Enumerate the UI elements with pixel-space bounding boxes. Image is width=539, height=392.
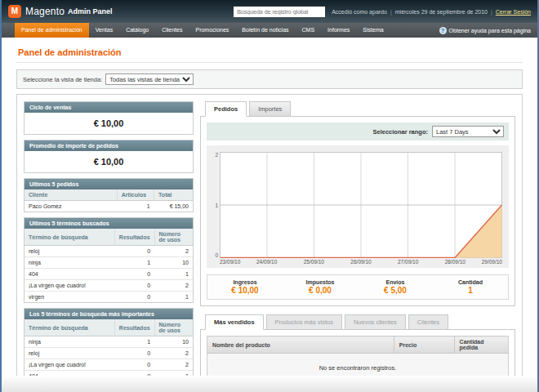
table-row[interactable]: 404 0 1	[24, 269, 193, 280]
chart-x-axis: 23/09/10 24/09/10 25/09/10 26/09/10 27/0…	[220, 258, 502, 266]
nav-informes[interactable]: Informes	[321, 23, 356, 38]
col-precio: Precio	[394, 336, 454, 354]
tab-pedidos[interactable]: Pedidos	[205, 101, 247, 117]
dashboard-main-panel: Pedidos Importes Seleccionar rango: Last…	[200, 101, 515, 390]
nav-ventas[interactable]: Ventas	[89, 23, 119, 38]
col-nombre-producto: Nombre del producto	[207, 336, 394, 354]
store-view-bar: Seleccione la vista de tienda: Todas las…	[16, 69, 523, 89]
top-terms-title: Los 5 términos de búsqueda más important…	[24, 309, 193, 319]
table-row[interactable]: ninja 1 10	[24, 336, 193, 348]
table-row[interactable]: reloj 0 2	[24, 246, 193, 257]
help-icon: ?	[439, 27, 447, 34]
nav-promociones[interactable]: Promociones	[189, 23, 235, 38]
col-cliente: Cliente	[24, 189, 117, 201]
col-cantidad-pedida: Cantidad pedida	[454, 336, 508, 354]
current-date: miércoles 29 de septiembre de 2010	[395, 9, 488, 15]
orders-chart-svg	[220, 152, 502, 258]
table-row[interactable]: ninja 1 10	[24, 257, 193, 269]
left-widgets-column: Ciclo de ventas € 10,00 Promedio de impo…	[24, 101, 194, 392]
sales-cycle-value: € 10,00	[24, 113, 193, 134]
page-title: Panel de administración	[16, 44, 523, 63]
orders-chart: 2 1 0 23/09/10 24/09/10 25/09/10 26/09/1…	[207, 145, 509, 268]
tab-importes[interactable]: Importes	[249, 101, 291, 117]
col-articulos: Articulos	[117, 189, 154, 201]
nav-clientes[interactable]: Clientes	[155, 23, 189, 38]
table-row[interactable]: virgen 0 1	[24, 292, 193, 303]
page-footer	[2, 376, 537, 392]
col-termino: Término de búsqueda	[24, 319, 114, 336]
table-row[interactable]: ¡La virgen que cuadro! 0 2	[24, 359, 193, 371]
chart-y-axis: 2 1 0	[208, 152, 220, 258]
main-nav: Panel de administración Ventas Catálogo …	[2, 23, 537, 38]
last-terms-title: Ultimos 5 términos buscados	[24, 218, 193, 229]
store-view-select[interactable]: Todas las vistas de tienda	[105, 74, 194, 85]
last-orders-title: Ultimos 5 pedidos	[24, 179, 193, 189]
stat-ingresos: Ingresos € 10,00	[207, 279, 283, 295]
tab-productos-mas-vistos[interactable]: Productos más vistos	[266, 314, 342, 330]
table-row[interactable]: ¡La virgen que cuadro! 0 2	[24, 280, 193, 292]
get-help-link[interactable]: ? Obtener ayuda para esta página	[439, 23, 537, 38]
col-resultados: Resultados	[114, 229, 154, 246]
magento-logo-icon: M	[8, 5, 21, 18]
table-row[interactable]: Paco Gomez 1 € 15,00	[24, 201, 193, 212]
avg-order-title: Promedio de importe de pedidos	[24, 140, 193, 151]
range-select[interactable]: Last 7 Days	[432, 126, 504, 137]
last-orders-widget: Ultimos 5 pedidos Cliente Articulos Tota…	[24, 178, 194, 212]
col-resultados: Resultados	[114, 319, 154, 336]
brand-name: Magento	[25, 6, 65, 17]
stat-cantidad: Cantidad 1	[433, 279, 508, 295]
col-usos: Número de usos	[154, 319, 193, 336]
table-row[interactable]: reloj 0 2	[24, 348, 193, 359]
col-usos: Número de usos	[154, 229, 193, 246]
nav-panel-administracion[interactable]: Panel de administración	[15, 23, 89, 38]
range-label: Seleccionar rango:	[372, 128, 428, 136]
nav-boletin[interactable]: Boletín de noticias	[235, 23, 295, 38]
content-area: Panel de administración Seleccione la vi…	[2, 38, 537, 392]
logout-link[interactable]: Cerrar Sesión	[496, 9, 531, 15]
stat-impuestos: Impuestos € 0,00	[283, 279, 358, 295]
top-header: M Magento Admin Panel Accedió como apard…	[2, 0, 537, 23]
tab-clientes[interactable]: Clientes	[408, 314, 448, 330]
col-termino: Término de búsqueda	[24, 229, 114, 246]
range-selector-bar: Seleccionar rango: Last 7 Days	[207, 122, 509, 140]
dashboard-container: Ciclo de ventas € 10,00 Promedio de impo…	[16, 94, 523, 392]
totals-bar: Ingresos € 10,00 Impuestos € 0,00 Envíos…	[207, 274, 509, 300]
nav-catalogo[interactable]: Catálogo	[119, 23, 155, 38]
global-search-input[interactable]	[234, 7, 325, 17]
avg-order-value: € 10,00	[24, 151, 193, 172]
sales-cycle-title: Ciclo de ventas	[24, 102, 193, 113]
avg-order-widget: Promedio de importe de pedidos € 10,00	[24, 140, 194, 173]
store-view-label: Seleccione la vista de tienda:	[23, 76, 102, 83]
last-terms-widget: Ultimos 5 términos buscados Término de b…	[24, 217, 194, 303]
orders-panel: Seleccionar rango: Last 7 Days 2 1 0	[200, 116, 515, 306]
tab-mas-vendidos[interactable]: Más vendidos	[205, 314, 264, 330]
nav-cms[interactable]: CMS	[296, 23, 322, 38]
products-tabs: Más vendidos Productos más vistos Nuevos…	[205, 314, 515, 330]
tab-nuevos-clientes[interactable]: Nuevos clientes	[345, 314, 406, 330]
session-info: Accedió como apardo | miércoles 29 de se…	[332, 9, 531, 15]
col-total: Total	[154, 189, 193, 201]
logged-in-as: Accedió como apardo	[332, 9, 387, 15]
sales-cycle-widget: Ciclo de ventas € 10,00	[24, 101, 194, 135]
orders-tabs: Pedidos Importes	[205, 101, 515, 117]
stat-envios: Envíos € 5,00	[358, 279, 433, 295]
nav-sistema[interactable]: Sistema	[356, 23, 390, 38]
brand-suffix: Admin Panel	[68, 7, 113, 16]
